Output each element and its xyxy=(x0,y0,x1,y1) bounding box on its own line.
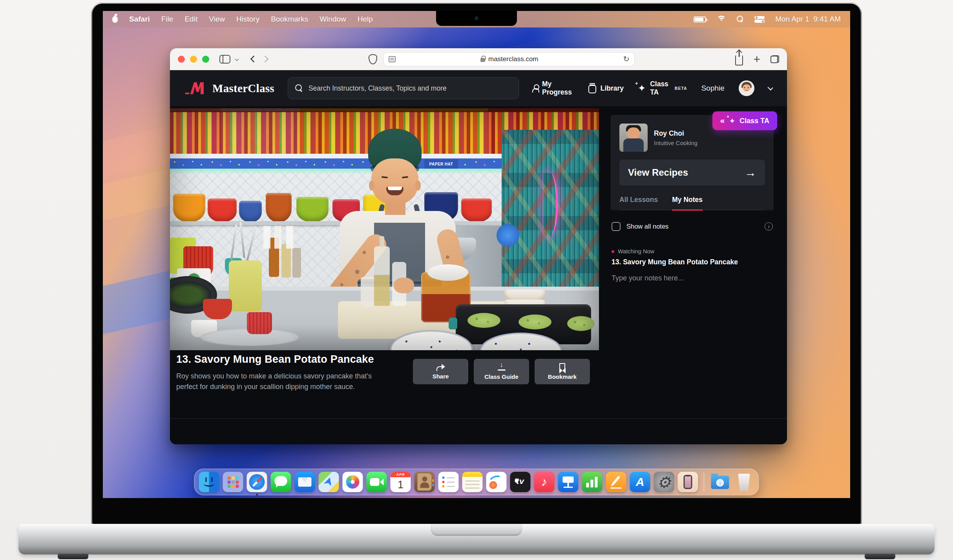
dock-icon-finder[interactable] xyxy=(199,472,219,492)
course-title: Intuitive Cooking xyxy=(654,140,697,146)
dock-icon-notes[interactable] xyxy=(462,472,483,492)
dock-icon-mail[interactable] xyxy=(295,472,315,492)
bookmark-button[interactable]: Bookmark xyxy=(535,359,590,384)
dock-icon-photos[interactable] xyxy=(343,472,363,492)
menu-item-help[interactable]: Help xyxy=(358,15,373,24)
search-input[interactable] xyxy=(309,84,511,93)
dock-icon-messages[interactable] xyxy=(271,472,291,492)
bottle-caps xyxy=(170,108,599,112)
menu-item-bookmarks[interactable]: Bookmarks xyxy=(271,15,308,24)
bottle xyxy=(292,248,301,278)
share-icon[interactable] xyxy=(735,55,743,65)
dock-icon-launchpad[interactable] xyxy=(223,472,243,492)
account-menu[interactable]: Sophie xyxy=(701,84,725,93)
under-shelf-light xyxy=(170,169,501,174)
lid-groove xyxy=(431,524,522,536)
sparkle-icon: ✦ xyxy=(638,84,646,93)
nav-class-ta[interactable]: ✦ Class TA BETA xyxy=(638,80,687,96)
menu-item-window[interactable]: Window xyxy=(319,15,346,24)
zoom-button[interactable] xyxy=(202,56,209,63)
show-all-notes-checkbox[interactable] xyxy=(612,222,621,231)
dock-icon-pages[interactable] xyxy=(606,472,626,492)
lesson-title: 13. Savory Mung Bean Potato Pancake xyxy=(176,353,404,365)
download-icon xyxy=(498,364,506,371)
new-tab-icon[interactable]: + xyxy=(753,53,760,65)
dock-icon-safari[interactable] xyxy=(247,472,267,492)
class-ta-button[interactable]: « ✦ Class TA xyxy=(712,111,777,130)
sauce-lid-bowl xyxy=(427,264,468,281)
wifi-icon[interactable] xyxy=(717,16,726,23)
privacy-shield-icon[interactable] xyxy=(369,54,377,64)
sidebar-toggle-icon[interactable] xyxy=(219,55,230,64)
menu-item-history[interactable]: History xyxy=(236,15,259,24)
view-recipes-button[interactable]: View Recipes → xyxy=(619,160,765,185)
menu-item-safari[interactable]: Safari xyxy=(129,15,150,24)
reload-icon[interactable]: ↻ xyxy=(623,55,630,64)
oil-bottle xyxy=(374,246,390,306)
dock-icon-facetime[interactable] xyxy=(367,472,387,492)
dock-icon-iphone-mirroring[interactable] xyxy=(678,472,698,492)
battery-icon[interactable] xyxy=(694,16,706,22)
nav-class-ta-label: Class TA xyxy=(650,80,668,96)
bowl xyxy=(208,198,237,222)
lock-icon xyxy=(480,58,485,62)
dock-icon-trash[interactable] xyxy=(734,472,754,492)
dock-icon-music[interactable]: ♪ xyxy=(534,472,555,492)
dock-icon-freeform[interactable] xyxy=(486,472,507,492)
forward-icon[interactable] xyxy=(261,55,268,62)
nav-my-progress[interactable]: My Progress xyxy=(532,80,574,96)
avatar[interactable] xyxy=(739,80,754,96)
apple-menu-icon[interactable] xyxy=(112,16,118,23)
masterclass-logo[interactable]: MasterClass xyxy=(185,81,274,96)
neon-light xyxy=(544,173,558,236)
macbook-foot xyxy=(58,554,88,559)
spotlight-icon[interactable] xyxy=(737,16,744,23)
dock-icon-apple-tv[interactable]: tv xyxy=(510,472,531,492)
paper-hat-sign: PAPER HAT xyxy=(424,159,458,169)
user-name: Sophie xyxy=(701,84,725,93)
bookmark-icon xyxy=(559,363,565,371)
info-icon[interactable]: i xyxy=(765,222,773,231)
dock-icon-calendar[interactable]: APR1 xyxy=(391,472,411,492)
collapse-icon: « xyxy=(720,116,725,125)
nav-library[interactable]: Library xyxy=(588,84,624,93)
lesson-video-player[interactable]: PAPER HAT xyxy=(170,108,599,350)
tab-all-lessons[interactable]: All Lessons xyxy=(619,196,658,204)
share-button[interactable]: Share xyxy=(413,359,468,384)
minimize-button[interactable] xyxy=(190,56,197,63)
back-icon[interactable] xyxy=(250,55,257,62)
address-bar[interactable]: masterclass.com ↻ xyxy=(383,52,635,66)
dock-icon-reminders[interactable] xyxy=(438,472,459,492)
dock-icon-maps[interactable] xyxy=(319,472,339,492)
close-button[interactable] xyxy=(178,56,185,63)
dock-icon-downloads[interactable]: ↓ xyxy=(710,472,730,492)
blue-fan xyxy=(497,224,519,247)
menu-clock[interactable]: Mon Apr 1 9:41 AM xyxy=(775,15,841,24)
nav-my-progress-label: My Progress xyxy=(542,80,574,96)
tab-overview-icon[interactable] xyxy=(770,55,779,63)
panel-tabs: All Lessons My Notes xyxy=(619,196,765,210)
tab-my-notes[interactable]: My Notes xyxy=(672,196,703,204)
instructor-name: Roy Choi xyxy=(654,129,697,138)
dock-icon-numbers[interactable] xyxy=(582,472,602,492)
menu-item-view[interactable]: View xyxy=(209,15,225,24)
reader-icon[interactable] xyxy=(389,56,396,62)
dock-icon-app-store[interactable]: A xyxy=(630,472,650,492)
menu-item-file[interactable]: File xyxy=(161,15,173,24)
person-icon xyxy=(532,84,538,92)
dock-icon-system-settings[interactable]: ⚙ xyxy=(654,472,674,492)
menu-item-edit[interactable]: Edit xyxy=(184,15,197,24)
tab-group-chevron-icon[interactable] xyxy=(235,57,239,61)
show-all-notes-row: Show all notes i xyxy=(612,222,773,231)
site-search[interactable] xyxy=(288,77,519,99)
macbook-base xyxy=(18,524,935,555)
notes-input[interactable] xyxy=(612,274,773,298)
dock-icon-contacts[interactable] xyxy=(414,472,435,492)
mung-bean-pancake xyxy=(567,316,595,331)
masterclass-logo-mark xyxy=(185,81,207,96)
class-guide-button[interactable]: Class Guide xyxy=(474,359,529,384)
control-center-icon[interactable] xyxy=(754,16,765,23)
dock-icon-keynote[interactable] xyxy=(558,472,579,492)
chevron-down-icon[interactable] xyxy=(767,85,773,90)
search-icon xyxy=(295,84,303,92)
